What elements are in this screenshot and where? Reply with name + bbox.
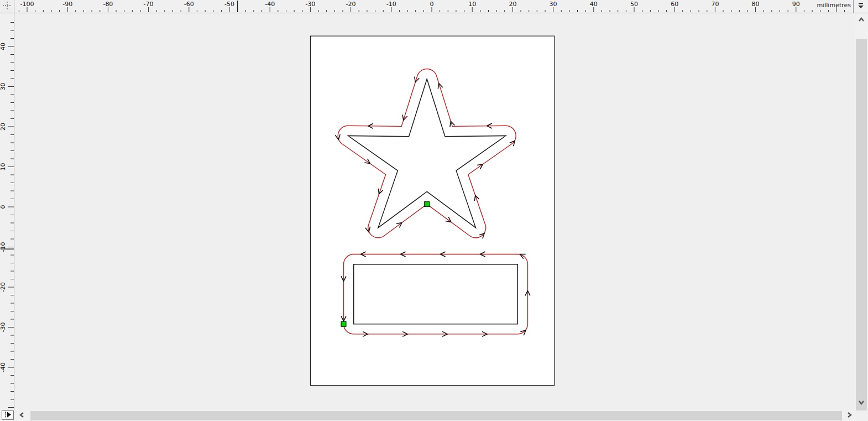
svg-text:-30: -30: [0, 323, 7, 332]
svg-text:70: 70: [711, 1, 719, 8]
chevron-down-icon: [857, 398, 866, 408]
scroll-up-button[interactable]: [855, 14, 868, 27]
svg-text:-80: -80: [103, 1, 113, 8]
chevron-up-icon: [857, 15, 866, 26]
toolpath-start-marker[interactable]: [341, 321, 346, 326]
scroll-down-button[interactable]: [855, 397, 868, 409]
svg-text:-50: -50: [224, 1, 234, 8]
svg-text:40: 40: [590, 1, 598, 8]
scroll-left-button[interactable]: [16, 410, 28, 421]
ruler-unit-label: millimetres: [817, 2, 851, 8]
svg-text:10: 10: [468, 1, 476, 8]
units-dropdown-button[interactable]: [853, 0, 868, 13]
svg-text:0: 0: [430, 1, 434, 8]
splitter-button[interactable]: [2, 410, 14, 420]
origin-button[interactable]: [0, 0, 14, 13]
svg-text:90: 90: [792, 1, 800, 8]
horizontal-scrollbar-thumb[interactable]: [30, 411, 842, 420]
scrollbar-corner: [855, 410, 868, 421]
application-window: -100-90-80-70-60-50-40-30-20-10010203040…: [0, 0, 868, 421]
scroll-right-button[interactable]: [843, 410, 855, 421]
svg-text:20: 20: [509, 1, 516, 8]
drawing-canvas[interactable]: [14, 13, 855, 410]
origin-crosshair-icon: [2, 1, 13, 13]
svg-text:0: 0: [0, 205, 7, 209]
svg-text:-100: -100: [20, 1, 34, 8]
horizontal-scrollbar[interactable]: [15, 410, 855, 421]
vertical-scrollbar-thumb[interactable]: [856, 39, 867, 410]
svg-text:10: 10: [0, 163, 7, 171]
svg-text:-60: -60: [184, 1, 194, 8]
svg-text:30: 30: [0, 83, 7, 91]
chevron-left-icon: [18, 410, 26, 421]
svg-text:-90: -90: [62, 1, 72, 8]
vertical-scrollbar[interactable]: [855, 13, 868, 410]
svg-text:60: 60: [671, 1, 678, 8]
splitter-arrow-icon: [3, 410, 12, 420]
svg-text:-30: -30: [305, 1, 315, 8]
svg-text:-40: -40: [0, 362, 7, 372]
svg-text:30: 30: [550, 1, 557, 8]
svg-text:-40: -40: [265, 1, 275, 8]
units-dropdown-icon: [856, 1, 865, 12]
svg-text:-10: -10: [386, 1, 396, 8]
ruler-horizontal: -100-90-80-70-60-50-40-30-20-10010203040…: [0, 0, 868, 13]
svg-text:40: 40: [0, 43, 7, 50]
svg-text:50: 50: [630, 1, 638, 8]
toolpath-start-marker[interactable]: [425, 202, 430, 207]
svg-text:-10: -10: [0, 242, 7, 252]
svg-text:-20: -20: [346, 1, 356, 8]
svg-text:-70: -70: [144, 1, 154, 8]
chevron-right-icon: [845, 410, 853, 421]
svg-text:-20: -20: [0, 282, 7, 292]
ruler-vertical: 403020100-10-20-30-40: [0, 13, 14, 410]
svg-text:80: 80: [752, 1, 760, 8]
material-page: [310, 36, 554, 386]
svg-text:20: 20: [0, 123, 7, 131]
